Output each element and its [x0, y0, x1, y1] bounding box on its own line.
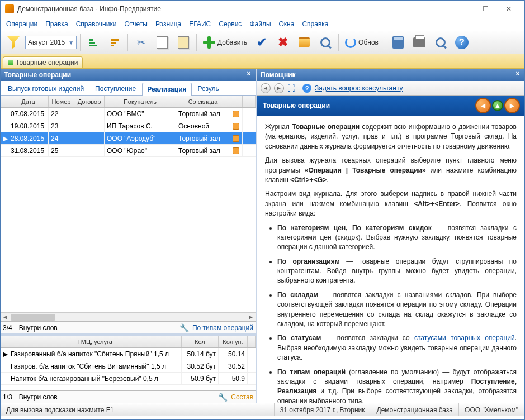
funnel-icon — [7, 36, 20, 49]
paste-button[interactable] — [174, 33, 193, 52]
refresh-icon — [345, 37, 356, 48]
preview-button[interactable] — [431, 33, 450, 52]
detail-filter-link[interactable]: Состав — [231, 393, 253, 401]
row-action-icon[interactable] — [233, 111, 239, 117]
helper-bullet: По организациям — товарные операции буду… — [277, 257, 517, 286]
search-button[interactable] — [316, 33, 335, 52]
menu-operations[interactable]: Операции — [6, 20, 37, 28]
table-row[interactable]: Напиток б/а негазированный "Березовый" 0… — [1, 373, 256, 385]
lens-icon — [436, 37, 446, 47]
menu-files[interactable]: Файлы — [249, 20, 271, 28]
menu-help[interactable]: Справка — [302, 20, 328, 28]
row-action-icon[interactable] — [233, 123, 239, 130]
nav-forward-button[interactable]: ► — [274, 83, 284, 93]
sort-asc-button[interactable] — [84, 33, 103, 52]
dcol-pack[interactable]: Кол уп. — [219, 336, 248, 347]
ask-consultant-link[interactable]: Задать вопрос консультанту — [315, 84, 403, 92]
dcol-item[interactable]: ТМЦ, услуга — [8, 336, 182, 347]
x-icon: ✖ — [278, 35, 288, 50]
menu-egais[interactable]: ЕГАИС — [189, 20, 211, 28]
col-marker[interactable] — [1, 96, 8, 107]
minimize-button[interactable]: ─ — [451, 3, 473, 15]
menubar: Операции Правка Справочники Отчеты Розни… — [1, 17, 524, 31]
tab-production[interactable]: Выпуск готовых изделий — [3, 82, 89, 95]
menu-edit[interactable]: Правка — [45, 20, 68, 28]
trash-icon — [299, 37, 310, 47]
helper-link[interactable]: статусами товарных операций — [414, 334, 515, 342]
col-scrollgap — [243, 96, 256, 107]
window-title: Демонстрационная база - Инфо-Предприятие — [17, 5, 451, 13]
dcol-qty[interactable]: Кол — [182, 336, 219, 347]
grid-status: 3/4 Внутри слов 🔧По типам операций — [1, 321, 256, 333]
helper-toolbar: ◄ ► ⛶ ? Задать вопрос консультанту — [257, 81, 524, 96]
detail-search-mode[interactable]: Внутри слов — [19, 393, 58, 401]
helper-close-button[interactable]: × — [513, 70, 522, 79]
table-row[interactable]: 19.08.201523ИП Тарасов С.Основной — [1, 120, 256, 132]
status-db: Демонстрационная база — [371, 403, 460, 416]
doc-tab-goods-operations[interactable]: Товарные операции — [3, 56, 83, 68]
helper-bullet: По типам операций (оглавление по умолчан… — [277, 367, 517, 403]
table-row[interactable]: 07.08.201522ООО "ВМС"Торговый зал — [1, 108, 256, 120]
search-icon — [320, 37, 330, 47]
sort-desc-button[interactable] — [105, 33, 124, 52]
helper-prev-button[interactable]: ◄ — [475, 98, 491, 113]
menu-directories[interactable]: Справочники — [76, 20, 117, 28]
helper-home-button[interactable]: ▲ — [492, 100, 503, 111]
table-row[interactable]: ▶Газированный б/а напиток "Сбитень Пряны… — [1, 348, 256, 360]
goods-operations-pane: Товарные операции × Выпуск готовых издел… — [1, 69, 257, 403]
delete-button[interactable]: ✖ — [273, 33, 292, 52]
calc-button[interactable] — [389, 33, 408, 52]
col-warehouse[interactable]: Со склада — [176, 96, 230, 107]
grid-search-mode[interactable]: Внутри слов — [19, 324, 58, 332]
tab-incoming[interactable]: Поступление — [90, 82, 141, 95]
trash-button[interactable] — [295, 33, 314, 52]
tab-results[interactable]: Резуль — [193, 82, 224, 95]
row-action-icon[interactable] — [233, 147, 239, 154]
menu-reports[interactable]: Отчеты — [124, 20, 147, 28]
toolbar: Август 2015▼ ✂ Добавить ✔ ✖ Обнов ? — [1, 31, 524, 54]
print-button[interactable] — [410, 33, 429, 52]
statusbar: Для вызова подсказки нажмите F1 31 октяб… — [1, 403, 524, 416]
col-icon[interactable] — [230, 96, 243, 107]
helper-bullet: По статусам — появятся закладки со стату… — [277, 333, 517, 362]
sort-desc-icon — [111, 39, 119, 46]
menu-service[interactable]: Сервис — [219, 20, 242, 28]
period-select[interactable]: Август 2015▼ — [25, 36, 77, 49]
helper-header: Помощник × — [257, 69, 524, 81]
table-row[interactable]: Газиров. б/а напиток "Сбитень Витаминный… — [1, 360, 256, 373]
maximize-button[interactable]: ☐ — [474, 3, 496, 15]
row-action-icon[interactable] — [233, 135, 239, 142]
pane-close-button[interactable]: × — [244, 70, 253, 79]
filter-button[interactable] — [4, 33, 23, 52]
refresh-button[interactable]: Обнов — [342, 33, 381, 52]
add-button[interactable]: Добавить — [200, 33, 250, 52]
menu-retail[interactable]: Розница — [155, 20, 181, 28]
grid-hscroll[interactable]: ◄► — [1, 312, 256, 321]
wrench-icon[interactable]: 🔧 — [179, 323, 189, 332]
nav-back-button[interactable]: ◄ — [261, 83, 271, 93]
dcol-marker[interactable] — [1, 336, 8, 347]
document-tabs: Товарные операции — [1, 54, 524, 69]
cut-button[interactable]: ✂ — [131, 33, 150, 52]
col-date[interactable]: Дата — [8, 96, 49, 107]
detail-status: 1/3 Внутри слов 🔧Состав — [1, 390, 256, 403]
col-contract[interactable]: Договор — [74, 96, 105, 107]
col-number[interactable]: Номер — [49, 96, 74, 107]
help-button[interactable]: ? — [452, 33, 471, 52]
copy-icon — [157, 36, 168, 49]
helper-bullet: По складам — появятся закладки с названи… — [277, 290, 517, 330]
grid-filter-link[interactable]: По типам операций — [192, 324, 253, 332]
col-buyer[interactable]: Покупатель — [105, 96, 176, 107]
menu-windows[interactable]: Окна — [279, 20, 295, 28]
wrench-icon[interactable]: 🔧 — [218, 393, 228, 402]
expand-icon[interactable]: ⛶ — [287, 84, 295, 93]
copy-button[interactable] — [153, 33, 172, 52]
table-row[interactable]: ▶28.08.201524ООО "Аэродуб"Торговый зал — [1, 132, 256, 145]
table-row[interactable]: 31.08.201525ООО "Юрао"Торговый зал — [1, 145, 256, 157]
close-button[interactable]: ✕ — [498, 3, 520, 15]
operations-grid: Дата Номер Договор Покупатель Со склада … — [1, 96, 256, 333]
tab-realization[interactable]: Реализация — [142, 83, 191, 96]
helper-next-button[interactable]: ► — [504, 98, 520, 113]
confirm-button[interactable]: ✔ — [252, 33, 271, 52]
sort-asc-icon — [89, 39, 97, 46]
